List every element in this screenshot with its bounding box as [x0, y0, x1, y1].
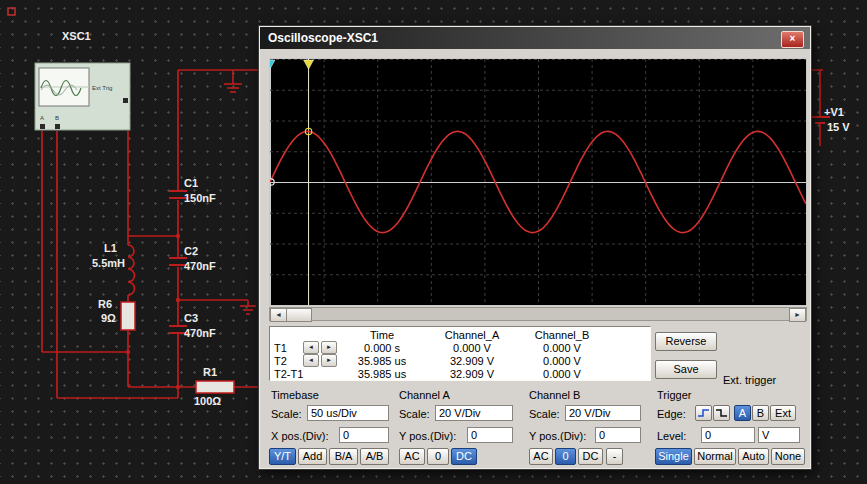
channel-a-dc-button[interactable]: DC	[451, 448, 477, 465]
c2-value: 470nF	[184, 260, 216, 272]
r1-name: R1	[203, 366, 217, 378]
col-header-channel-a: Channel_A	[426, 329, 518, 341]
timebase-scale-label: Scale:	[271, 408, 302, 420]
channel-a-ypos-label: Y pos.(Div):	[399, 430, 456, 442]
timebase-xpos-label: X pos.(Div):	[271, 430, 328, 442]
r6-value: 9Ω	[101, 312, 116, 324]
ba-mode-button[interactable]: B/A	[329, 448, 358, 465]
terminal-b[interactable]	[55, 124, 60, 129]
t1-right-button[interactable]: ►	[321, 341, 337, 354]
resistor-r6[interactable]	[121, 302, 135, 330]
window-title: Oscilloscope-XSC1	[268, 31, 378, 45]
yt-mode-button[interactable]: Y/T	[269, 448, 296, 465]
window-titlebar[interactable]: Oscilloscope-XSC1 ×	[260, 27, 810, 49]
channel-b-ypos-input[interactable]	[595, 427, 641, 443]
t2-left-button[interactable]: ◄	[303, 354, 319, 367]
channel-b-ypos-label: Y pos.(Div):	[529, 430, 586, 442]
col-header-channel-b: Channel_B	[518, 329, 606, 341]
cursor-readout-table: Time Channel_A Channel_B T1 ◄ ► 0.000 s …	[269, 326, 651, 381]
v1-name: +V1	[824, 106, 844, 118]
c2-name: C2	[184, 245, 198, 257]
trigger-level-unit[interactable]: V	[758, 427, 800, 443]
timebase-scale-input[interactable]	[307, 405, 389, 421]
ext-trig-label: Ext Trig	[92, 85, 112, 91]
trigger-ext-button[interactable]: Ext	[770, 405, 796, 421]
c3-value: 470nF	[184, 327, 216, 339]
channel-b-title: Channel B	[529, 389, 580, 401]
c1-value: 150nF	[184, 192, 216, 204]
oscilloscope-window: Oscilloscope-XSC1 × ◄ ► Time Channel_A C…	[258, 25, 812, 470]
c3-name: C3	[184, 312, 198, 324]
t2-time: 35.985 us	[338, 355, 426, 367]
channel-a-terminal-label: A	[40, 115, 44, 121]
reverse-button[interactable]: Reverse	[655, 332, 717, 351]
terminal-a[interactable]	[40, 124, 45, 129]
scroll-left-icon: ◄	[275, 311, 282, 318]
channel-b-scale-label: Scale:	[529, 408, 560, 420]
channel-b-scale-input[interactable]	[565, 405, 641, 421]
channel-a-scale-input[interactable]	[435, 405, 513, 421]
resistor-r1[interactable]	[196, 381, 234, 393]
add-mode-button[interactable]: Add	[298, 448, 327, 465]
channel-b-minus-button[interactable]: -	[606, 448, 623, 465]
channel-b-zero-button[interactable]: 0	[555, 448, 576, 465]
edge-rising-icon	[697, 407, 710, 419]
col-header-time: Time	[338, 329, 426, 341]
scope-scrollbar[interactable]: ◄ ►	[269, 307, 807, 321]
scope-display	[269, 58, 807, 306]
channel-b-terminal-label: B	[55, 115, 59, 121]
trigger-level-label: Level:	[657, 430, 686, 442]
xsc1-label: XSC1	[62, 30, 91, 42]
selection-marker	[8, 8, 15, 15]
trigger-title: Trigger	[657, 389, 691, 401]
oscilloscope-icon[interactable]: Ext Trig A B	[35, 63, 130, 130]
scroll-left-button[interactable]: ◄	[270, 308, 287, 322]
scroll-right-button[interactable]: ►	[789, 308, 806, 322]
ext-trigger-label: Ext. trigger	[723, 374, 776, 386]
channel-b-ac-button[interactable]: AC	[529, 448, 553, 465]
save-button[interactable]: Save	[655, 360, 717, 379]
close-button[interactable]: ×	[781, 31, 804, 48]
t2-channel-a: 32.909 V	[426, 355, 518, 367]
trigger-normal-button[interactable]: Normal	[694, 448, 736, 465]
ground-symbol-top[interactable]	[224, 70, 242, 92]
ground-symbol-mid[interactable]	[240, 300, 256, 314]
t1-left-button[interactable]: ◄	[303, 341, 319, 354]
v1-value: 15 V	[827, 121, 850, 133]
trigger-b-button[interactable]: B	[752, 405, 769, 421]
trigger-edge-label: Edge:	[657, 408, 686, 420]
c1-name: C1	[184, 177, 198, 189]
channel-a-scale-label: Scale:	[399, 408, 430, 420]
edge-falling-button[interactable]	[713, 405, 730, 421]
edge-rising-button[interactable]	[695, 405, 712, 421]
t2-right-button[interactable]: ►	[321, 354, 337, 367]
channel-b-dc-button[interactable]: DC	[578, 448, 603, 465]
terminal-ext[interactable]	[123, 98, 128, 103]
channel-a-zero-button[interactable]: 0	[427, 448, 449, 465]
channel-a-title: Channel A	[399, 389, 450, 401]
trigger-a-button[interactable]: A	[734, 405, 751, 421]
trigger-auto-button[interactable]: Auto	[738, 448, 769, 465]
t2t1-channel-a: 32.909 V	[426, 368, 518, 380]
inductor-l1[interactable]	[128, 245, 135, 295]
scope-waveform	[270, 59, 806, 305]
r1-value: 100Ω	[194, 395, 221, 407]
l1-value: 5.5mH	[92, 257, 125, 269]
close-icon: ×	[790, 33, 796, 44]
scroll-right-icon: ►	[794, 311, 801, 318]
trigger-level-input[interactable]	[701, 427, 755, 443]
trigger-none-button[interactable]: None	[771, 448, 805, 465]
edge-falling-icon	[715, 407, 728, 419]
timebase-xpos-input[interactable]	[339, 427, 389, 443]
t1-label: T1	[270, 342, 302, 354]
r6-name: R6	[98, 298, 112, 310]
t2-channel-b: 0.000 V	[518, 355, 606, 367]
channel-a-ac-button[interactable]: AC	[399, 448, 425, 465]
trigger-single-button[interactable]: Single	[655, 448, 692, 465]
ab-mode-button[interactable]: A/B	[360, 448, 389, 465]
t2t1-channel-b: 0.000 V	[518, 368, 606, 380]
scroll-thumb[interactable]	[286, 308, 312, 322]
t2-label: T2	[270, 355, 302, 367]
channel-a-ypos-input[interactable]	[467, 427, 513, 443]
multisim-canvas: Ext Trig A B XSC1 C1 150nF C2 470nF C3 4…	[0, 0, 867, 484]
